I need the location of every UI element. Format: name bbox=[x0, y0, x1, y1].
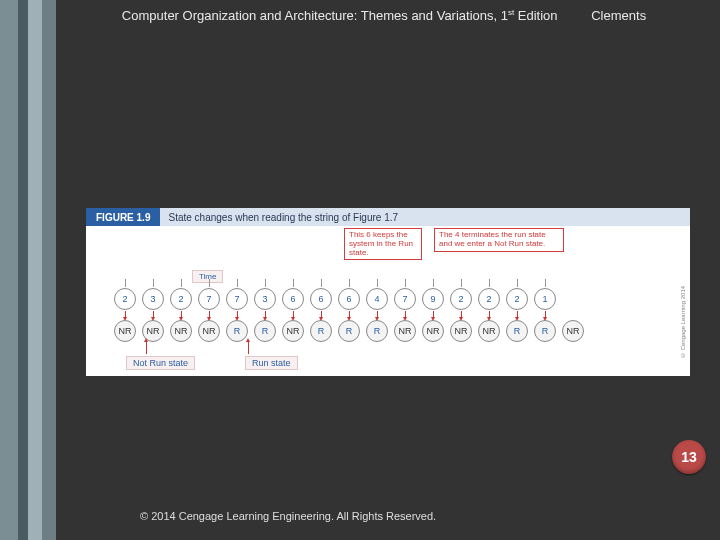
state-circle: NR bbox=[198, 320, 220, 342]
slide-content: Computer Organization and Architecture: … bbox=[56, 0, 720, 540]
legend-arrow-notrun bbox=[146, 342, 147, 354]
value-circle: 4 bbox=[366, 288, 388, 310]
state-circle: R bbox=[226, 320, 248, 342]
value-circle: 3 bbox=[254, 288, 276, 310]
callout-terminates-run: The 4 terminates the run state and we en… bbox=[434, 228, 564, 252]
value-circle: 7 bbox=[198, 288, 220, 310]
value-circle: 7 bbox=[394, 288, 416, 310]
value-circle: 1 bbox=[534, 288, 556, 310]
legend-arrow-run bbox=[248, 342, 249, 354]
value-circle: 9 bbox=[422, 288, 444, 310]
value-circle: 6 bbox=[310, 288, 332, 310]
state-circle: NR bbox=[170, 320, 192, 342]
decorative-stripes bbox=[0, 0, 56, 540]
book-title-prefix: Computer Organization and Architecture: … bbox=[122, 8, 508, 23]
figure-1-9: FIGURE 1.9 State changes when reading th… bbox=[86, 208, 690, 376]
book-author: Clements bbox=[561, 8, 646, 23]
value-circle: 6 bbox=[282, 288, 304, 310]
figure-label: FIGURE 1.9 bbox=[86, 208, 160, 226]
input-value-row: 2327736664792221 bbox=[114, 288, 670, 310]
state-circle: R bbox=[338, 320, 360, 342]
state-circle: NR bbox=[422, 320, 444, 342]
value-circle: 2 bbox=[114, 288, 136, 310]
state-circle: NR bbox=[282, 320, 304, 342]
state-circle: NR bbox=[114, 320, 136, 342]
value-circle: 2 bbox=[506, 288, 528, 310]
value-circle: 7 bbox=[226, 288, 248, 310]
slide: Computer Organization and Architecture: … bbox=[0, 0, 720, 540]
slide-header: Computer Organization and Architecture: … bbox=[68, 8, 700, 23]
page-number-badge: 13 bbox=[672, 440, 706, 474]
value-circle: 6 bbox=[338, 288, 360, 310]
figure-title-bar: FIGURE 1.9 State changes when reading th… bbox=[86, 208, 690, 226]
figure-credit: © Cengage Learning 2014 bbox=[680, 238, 686, 358]
state-circle: R bbox=[534, 320, 556, 342]
book-title-suffix: Edition bbox=[514, 8, 557, 23]
state-circle: R bbox=[366, 320, 388, 342]
state-circle: NR bbox=[478, 320, 500, 342]
figure-legend: Not Run state Run state bbox=[126, 356, 298, 370]
state-circle: NR bbox=[450, 320, 472, 342]
state-row: NRNRNRNRRRNRRRRNRNRNRNRRRNR bbox=[114, 320, 670, 342]
value-circle: 3 bbox=[142, 288, 164, 310]
state-circle: R bbox=[254, 320, 276, 342]
figure-callouts: This 6 keeps the system in the Run state… bbox=[86, 228, 690, 268]
legend-not-run: Not Run state bbox=[126, 356, 195, 370]
state-circle: NR bbox=[562, 320, 584, 342]
state-circle: R bbox=[506, 320, 528, 342]
state-circle: NR bbox=[394, 320, 416, 342]
value-circle: 2 bbox=[450, 288, 472, 310]
state-circle: R bbox=[310, 320, 332, 342]
legend-run: Run state bbox=[245, 356, 298, 370]
copyright-line: © 2014 Cengage Learning Engineering. All… bbox=[140, 510, 436, 522]
figure-caption: State changes when reading the string of… bbox=[160, 208, 690, 226]
time-label: Time bbox=[192, 270, 223, 283]
value-circle: 2 bbox=[170, 288, 192, 310]
callout-keeps-run: This 6 keeps the system in the Run state… bbox=[344, 228, 422, 260]
value-circle: 2 bbox=[478, 288, 500, 310]
